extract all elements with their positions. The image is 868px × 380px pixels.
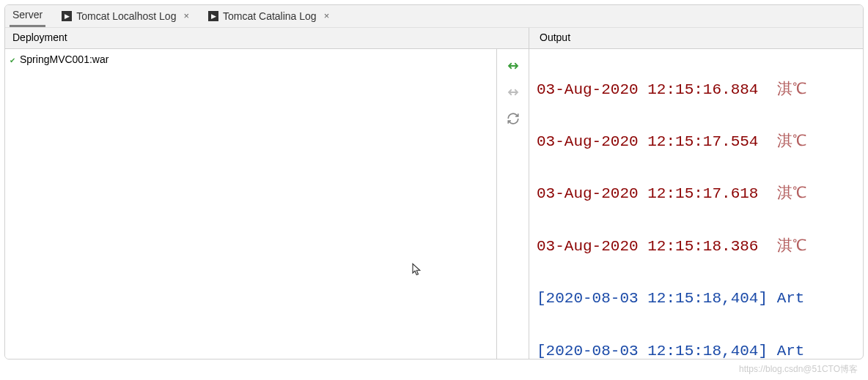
content-area: ✔ SpringMVC001:war 03-A	[5, 49, 863, 359]
deploy-button[interactable]	[505, 58, 521, 74]
deployment-item[interactable]: ✔ SpringMVC001:war	[5, 49, 496, 70]
log-line: [2020-08-03 12:15:18,404] Art	[537, 286, 856, 312]
refresh-button[interactable]	[505, 111, 521, 127]
output-header: Output	[529, 28, 863, 48]
deployment-name: SpringMVC001:war	[20, 53, 108, 65]
tab-label: Server	[12, 9, 43, 21]
close-icon[interactable]: ×	[183, 10, 189, 21]
run-panel: Server ▶ Tomcat Localhost Log × ▶ Tomcat…	[4, 4, 864, 359]
output-console[interactable]: 03-Aug-2020 12:15:16.884 淇℃ 03-Aug-2020 …	[529, 49, 863, 359]
terminal-icon: ▶	[208, 11, 218, 21]
status-icon: ✔	[10, 56, 15, 62]
tab-label: Tomcat Catalina Log	[223, 10, 317, 22]
tab-label: Tomcat Localhost Log	[76, 10, 176, 22]
log-line: 03-Aug-2020 12:15:16.884 淇℃	[537, 77, 856, 103]
tab-localhost-log[interactable]: ▶ Tomcat Localhost Log ×	[59, 5, 192, 27]
close-icon[interactable]: ×	[324, 10, 330, 21]
deployment-header: Deployment	[5, 28, 529, 48]
deployment-toolbar	[496, 49, 529, 359]
log-line: 03-Aug-2020 12:15:17.554 淇℃	[537, 129, 856, 155]
tab-server[interactable]: Server	[10, 5, 45, 27]
terminal-icon: ▶	[62, 11, 72, 21]
log-line: 03-Aug-2020 12:15:17.618 淇℃	[537, 181, 856, 207]
log-line: 03-Aug-2020 12:15:18.386 淇℃	[537, 234, 856, 260]
log-line: [2020-08-03 12:15:18,404] Art	[537, 338, 856, 359]
deployment-list[interactable]: ✔ SpringMVC001:war	[5, 49, 496, 359]
tabbar: Server ▶ Tomcat Localhost Log × ▶ Tomcat…	[5, 5, 863, 27]
undeploy-button[interactable]	[505, 84, 521, 100]
tab-catalina-log[interactable]: ▶ Tomcat Catalina Log ×	[205, 5, 332, 27]
column-headers: Deployment Output	[5, 27, 863, 49]
watermark: https://blog.csdn@51CTO博客	[739, 363, 858, 376]
